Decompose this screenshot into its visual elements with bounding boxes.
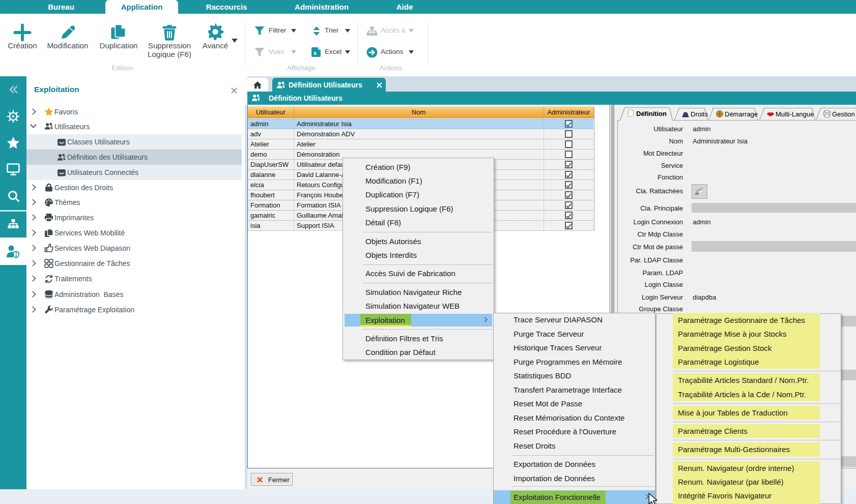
svg-text:x: x	[313, 50, 317, 56]
